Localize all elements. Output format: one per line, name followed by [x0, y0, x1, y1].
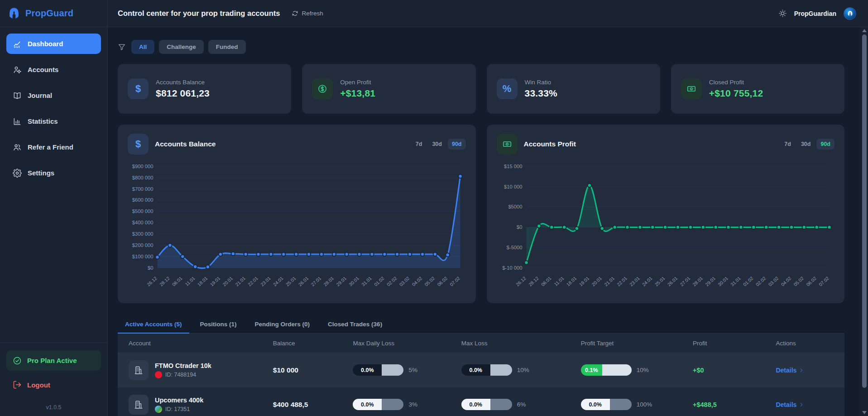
svg-text:06.02: 06.02 [436, 276, 449, 287]
brand: PropGuard [0, 0, 107, 27]
svg-text:02.02: 02.02 [755, 276, 767, 287]
sidebar-item-accounts[interactable]: Accounts [6, 59, 101, 80]
svg-text:$600 000: $600 000 [132, 197, 153, 203]
sun-icon [778, 9, 787, 18]
svg-text:20.01: 20.01 [590, 276, 603, 287]
svg-text:28.12: 28.12 [158, 276, 171, 287]
sidebar-item-statistics[interactable]: Statistics [6, 111, 101, 131]
building-icon [129, 360, 149, 380]
sidebar-item-label: Refer a Friend [28, 143, 73, 151]
stat-label: Win Ratio [525, 79, 557, 86]
balance-range-toggle: 7d30d90d [412, 139, 466, 150]
svg-text:$-5000: $-5000 [506, 245, 522, 250]
svg-text:26.12: 26.12 [146, 276, 158, 287]
sidebar-item-label: Accounts [28, 66, 58, 73]
svg-text:25.01: 25.01 [654, 276, 666, 287]
dashboard-icon [13, 39, 22, 48]
stat-card-closed-profit: Closed Profit+$10 755,12 [671, 64, 844, 114]
svg-text:26.01: 26.01 [667, 276, 679, 287]
account-profit: +$488,5 [693, 401, 776, 408]
scrollbar[interactable] [861, 27, 868, 416]
svg-text:11.01: 11.01 [553, 276, 565, 287]
account-row[interactable]: Upcomers 400kID: 17351$400 488,50.0%3%0.… [118, 387, 844, 416]
filter-chip-challenge[interactable]: Challenge [159, 40, 204, 54]
filter-chips: AllChallengeFunded [131, 40, 246, 54]
refresh-button[interactable]: Refresh [292, 10, 323, 17]
svg-text:$900 000: $900 000 [132, 164, 153, 169]
balance-chart-title: Accounts Balance [155, 140, 216, 148]
dollar-icon: $ [128, 78, 149, 99]
journal-icon [13, 91, 22, 100]
accounts-icon [13, 65, 22, 74]
pro-plan-label: Pro Plan Active [27, 357, 77, 364]
range-option-90d[interactable]: 90d [448, 139, 466, 150]
limit-progress: 0.0%6% [461, 399, 581, 410]
details-link[interactable]: Details [776, 367, 834, 374]
sidebar-item-refer-a-friend[interactable]: Refer a Friend [6, 137, 101, 157]
svg-text:29.01: 29.01 [704, 276, 716, 287]
details-link[interactable]: Details [776, 401, 834, 408]
tab-closed-trades-36[interactable]: Closed Trades (36) [321, 317, 389, 333]
svg-text:01.02: 01.02 [373, 276, 385, 287]
svg-text:28.01: 28.01 [691, 276, 704, 287]
svg-text:21.01: 21.01 [603, 276, 615, 287]
avatar[interactable] [844, 7, 856, 20]
logout-label: Logout [27, 381, 50, 389]
sidebar-item-journal[interactable]: Journal [6, 85, 101, 106]
svg-text:05.02: 05.02 [792, 276, 805, 287]
user-name: PropGuardian [794, 10, 836, 17]
svg-text:07.02: 07.02 [449, 276, 461, 287]
svg-text:$300 000: $300 000 [132, 231, 153, 237]
theme-toggle-button[interactable] [778, 9, 787, 18]
svg-text:$0: $0 [148, 265, 153, 271]
account-row[interactable]: FTMO Ctrader 10kID: 7488194$10 0000.0%5%… [118, 353, 844, 387]
sidebar-item-settings[interactable]: Settings [6, 163, 101, 183]
logout-icon [13, 380, 22, 389]
svg-text:04.02: 04.02 [780, 276, 792, 287]
svg-text:$400 000: $400 000 [132, 220, 153, 225]
scroll-up-arrow[interactable] [862, 29, 867, 32]
range-option-90d[interactable]: 90d [816, 139, 834, 150]
tab-active-accounts-5[interactable]: Active Accounts (5) [118, 317, 189, 333]
percent-icon: % [497, 78, 518, 99]
range-option-30d[interactable]: 30d [428, 139, 446, 150]
svg-text:$15 000: $15 000 [504, 164, 523, 169]
sidebar-item-dashboard[interactable]: Dashboard [6, 34, 101, 54]
svg-text:24.01: 24.01 [272, 276, 284, 287]
page-title: Control center for your prop trading acc… [118, 9, 280, 18]
tab-pending-orders-0[interactable]: Pending Orders (0) [248, 317, 317, 333]
range-option-7d[interactable]: 7d [780, 139, 795, 150]
svg-text:$100 000: $100 000 [132, 254, 153, 259]
range-option-30d[interactable]: 30d [797, 139, 815, 150]
filter-chip-funded[interactable]: Funded [208, 40, 246, 54]
broker-badge [155, 371, 162, 378]
balance-chart-card: $ Accounts Balance 7d30d90d $900 000$800… [118, 125, 476, 303]
filter-chip-all[interactable]: All [131, 40, 154, 54]
stat-cards: $Accounts Balance$812 061,23Open Profit+… [118, 64, 844, 114]
svg-text:03.02: 03.02 [767, 276, 780, 287]
refresh-icon [292, 10, 298, 17]
settings-icon [13, 169, 22, 178]
banknote-icon [497, 134, 518, 155]
logout-button[interactable]: Logout [6, 375, 101, 394]
svg-text:25.01: 25.01 [285, 276, 297, 287]
tab-positions-1[interactable]: Positions (1) [193, 317, 244, 333]
stat-label: Open Profit [340, 79, 375, 86]
balance-chart: $900 000$800 000$700 000$600 000$500 000… [128, 160, 466, 296]
sidebar-item-label: Settings [28, 169, 54, 177]
scroll-down-arrow[interactable] [862, 411, 867, 414]
svg-text:24.01: 24.01 [641, 276, 653, 287]
stat-value: 33.33% [525, 88, 557, 99]
svg-text:$500 000: $500 000 [132, 208, 153, 214]
dollar-icon: $ [128, 134, 149, 155]
profit-chart-card: Accounts Profit 7d30d90d $15 000$10 000$… [487, 125, 845, 303]
sidebar-item-label: Journal [28, 92, 52, 99]
scrollbar-thumb[interactable] [862, 34, 867, 388]
svg-text:28.01: 28.01 [323, 276, 335, 287]
range-option-7d[interactable]: 7d [412, 139, 427, 150]
column-header-account: Account [129, 340, 273, 347]
svg-text:$0: $0 [517, 224, 522, 230]
limit-progress: 0.0%100% [581, 399, 693, 410]
svg-text:31.01: 31.01 [729, 276, 742, 287]
svg-text:05.02: 05.02 [424, 276, 436, 287]
